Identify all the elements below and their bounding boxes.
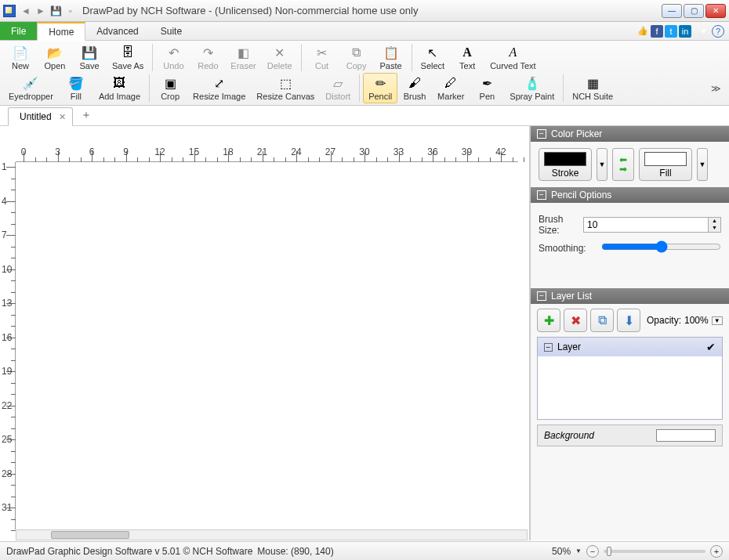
ribbon-overflow-icon[interactable]: ≫ <box>706 83 726 94</box>
cut-button[interactable]: ✂Cut <box>305 42 339 73</box>
canvas-area[interactable]: 03691215182124273033363942 1471013161922… <box>0 126 530 540</box>
status-mouse: Mouse: (890, 140) <box>257 546 333 557</box>
saveas-button[interactable]: 🗄Save As <box>107 42 149 73</box>
stroke-color-icon <box>544 152 586 166</box>
opacity-dropdown-icon[interactable]: ▼ <box>712 316 723 325</box>
spraypaint-button[interactable]: 🧴Spray Paint <box>504 73 560 103</box>
facebook-icon[interactable]: f <box>651 25 663 38</box>
undo-button[interactable]: ↶Undo <box>156 42 190 73</box>
eraser-button[interactable]: ◧Eraser <box>225 42 261 73</box>
smoothing-label: Smoothing: <box>539 243 601 254</box>
doc-tab-label: Untitled <box>20 111 52 122</box>
select-button[interactable]: ↖Select <box>415 42 451 73</box>
like-icon[interactable]: 👍 <box>637 25 649 38</box>
fill-dropdown[interactable]: ▼ <box>697 148 708 181</box>
distort-button[interactable]: ▱Distort <box>320 73 356 103</box>
swap-colors-button[interactable]: ⬅➡ <box>612 148 634 181</box>
delete-button[interactable]: ✕Delete <box>262 42 298 73</box>
brush-button[interactable]: 🖌Brush <box>397 73 432 103</box>
fill-button[interactable]: 🪣Fill <box>59 73 93 103</box>
addimage-button[interactable]: 🖼Add Image <box>93 73 146 103</box>
spin-up-icon[interactable]: ▲ <box>709 218 720 225</box>
save-button[interactable]: 💾Save <box>72 42 107 73</box>
back-icon[interactable]: ◄ <box>19 4 33 18</box>
horizontal-scrollbar[interactable] <box>16 529 528 540</box>
linkedin-icon[interactable]: in <box>679 25 691 38</box>
app-icon <box>3 5 16 17</box>
delete-layer-button[interactable]: ✖ <box>564 309 587 332</box>
help-icon[interactable]: ? <box>712 25 724 38</box>
pen-button[interactable]: ✒Pen <box>470 73 504 103</box>
maximize-button[interactable]: ▢ <box>684 4 704 18</box>
ruler-vertical: 1471013161922252831 <box>0 162 16 529</box>
side-panels: − Color Picker Stroke ▼ ⬅➡ Fill ▼ <box>530 126 729 540</box>
menu-home[interactable]: Home <box>37 22 85 41</box>
menu-suite[interactable]: Suite <box>150 22 193 40</box>
forward-icon[interactable]: ► <box>34 4 48 18</box>
resizeimage-button[interactable]: ⤢Resize Image <box>187 73 251 103</box>
layer-collapse-icon[interactable]: − <box>544 343 553 352</box>
fill-swatch[interactable]: Fill <box>639 148 692 181</box>
new-button[interactable]: 📄New <box>3 42 38 73</box>
titlebar: ◄ ► 💾 ▫ DrawPad by NCH Software - (Unlic… <box>0 0 729 22</box>
collapse-icon[interactable]: − <box>537 291 546 301</box>
crop-button[interactable]: ▣Crop <box>153 73 187 103</box>
colorpicker-header[interactable]: − Color Picker <box>531 126 729 142</box>
doc-tab-untitled[interactable]: Untitled ✕ <box>8 107 73 126</box>
penciloptions-header[interactable]: − Pencil Options <box>531 187 729 203</box>
ruler-horizontal: 03691215182124273033363942 <box>16 146 518 162</box>
layerlist-header[interactable]: − Layer List <box>531 288 729 304</box>
document-tabs: Untitled ✕ ＋ <box>0 106 729 126</box>
marker-button[interactable]: 🖊Marker <box>432 73 470 103</box>
new-doc-icon[interactable]: ▫ <box>63 4 78 18</box>
zoom-dropdown-icon[interactable]: ▼ <box>575 547 582 555</box>
fill-color-icon <box>644 152 687 166</box>
resizecanvas-button[interactable]: ⬚Resize Canvas <box>251 73 320 103</box>
smoothing-slider[interactable] <box>601 240 721 253</box>
collapse-icon[interactable]: − <box>537 190 546 200</box>
curvedtext-button[interactable]: ACurved Text <box>484 42 542 73</box>
paste-button[interactable]: 📋Paste <box>374 42 408 73</box>
zoom-slider[interactable] <box>604 550 705 553</box>
layer-name: Layer <box>557 341 581 352</box>
help-dropdown-icon[interactable]: ▾ <box>698 25 710 38</box>
workspace: 03691215182124273033363942 1471013161922… <box>0 126 729 540</box>
close-tab-icon[interactable]: ✕ <box>59 112 66 122</box>
zoom-in-button[interactable]: + <box>710 545 723 558</box>
menubar: File Home Advanced Suite 👍 f t in ▾ ? <box>0 22 729 41</box>
nchsuite-button[interactable]: ▦NCH Suite <box>567 73 618 103</box>
menu-advanced[interactable]: Advanced <box>85 22 149 40</box>
copy-button[interactable]: ⧉Copy <box>339 42 374 73</box>
opacity-label: Opacity: <box>647 315 681 326</box>
spin-down-icon[interactable]: ▼ <box>709 225 720 232</box>
stroke-dropdown[interactable]: ▼ <box>597 148 608 181</box>
eyedropper-button[interactable]: 💉Eyedropper <box>3 73 59 103</box>
add-tab-button[interactable]: ＋ <box>73 105 100 125</box>
brushsize-input[interactable]: ▲▼ <box>583 217 721 233</box>
background-swatch[interactable] <box>656 429 716 442</box>
background-label: Background <box>544 430 594 441</box>
canvas[interactable] <box>24 170 510 522</box>
add-layer-button[interactable]: ✚ <box>537 309 560 332</box>
background-row[interactable]: Background <box>537 425 723 446</box>
brushsize-label: Brush Size: <box>539 214 583 236</box>
open-button[interactable]: 📂Open <box>38 42 72 73</box>
save-icon[interactable]: 💾 <box>49 4 63 18</box>
duplicate-layer-button[interactable]: ⧉ <box>590 309 614 332</box>
merge-layer-button[interactable]: ⬇ <box>617 309 640 332</box>
window-title: DrawPad by NCH Software - (Unlicensed) N… <box>82 5 662 16</box>
menu-file[interactable]: File <box>0 22 37 40</box>
statusbar: DrawPad Graphic Design Software v 5.01 ©… <box>0 541 729 560</box>
pencil-button[interactable]: ✏Pencil <box>363 73 397 103</box>
stroke-swatch[interactable]: Stroke <box>539 148 592 181</box>
twitter-icon[interactable]: t <box>665 25 677 38</box>
ribbon: 📄New 📂Open 💾Save 🗄Save As ↶Undo ↷Redo ◧E… <box>0 41 729 106</box>
close-button[interactable]: ✕ <box>705 4 726 18</box>
layer-visible-checkbox[interactable]: ✔ <box>706 341 716 353</box>
collapse-icon[interactable]: − <box>537 129 546 139</box>
text-button[interactable]: AText <box>450 42 484 73</box>
minimize-button[interactable]: — <box>662 4 682 18</box>
layer-item[interactable]: − Layer ✔ <box>537 337 723 420</box>
zoom-out-button[interactable]: − <box>586 545 599 558</box>
redo-button[interactable]: ↷Redo <box>190 42 225 73</box>
